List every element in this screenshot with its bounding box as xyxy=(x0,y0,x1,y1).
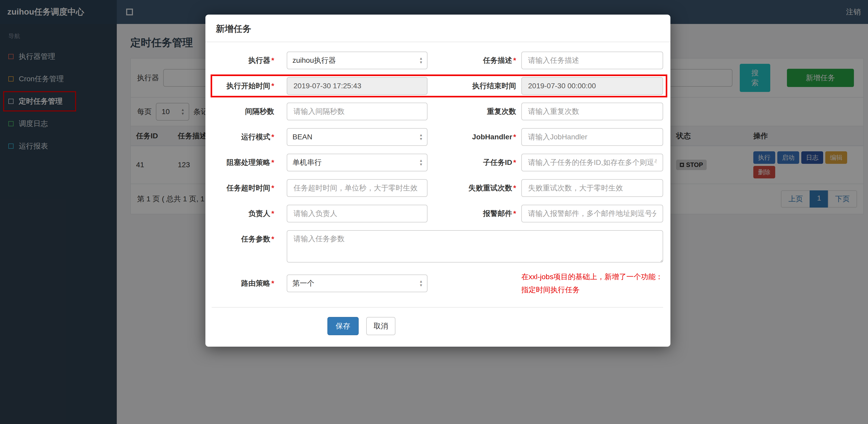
arrow-up-icon: ▲ xyxy=(419,159,423,163)
select-arrows-icon: ▲▼ xyxy=(419,280,423,288)
modal-form: 执行器*zuihou执行器▲▼任务描述*执行开始时间*执行结束时间间隔秒数重复次… xyxy=(206,42,671,347)
child-job-id-input-label: 子任务ID* xyxy=(428,154,516,171)
child-job-id-input[interactable] xyxy=(521,154,663,171)
block-strategy-select-label: 阻塞处理策略* xyxy=(212,154,274,171)
executor-select[interactable]: zuihou执行器▲▼ xyxy=(287,52,428,69)
interval-seconds-input[interactable] xyxy=(287,103,428,120)
field-label-text: 执行开始时间 xyxy=(226,82,270,90)
add-job-modal: 新增任务 执行器*zuihou执行器▲▼任务描述*执行开始时间*执行结束时间间隔… xyxy=(206,14,671,347)
field-label-text: 任务参数 xyxy=(241,235,270,243)
app-root: zuihou任务调度中心 注销 导航 执行器管理Cron任务管理定时任务管理调度… xyxy=(0,0,868,424)
modal-footer: 保存 取消 xyxy=(212,317,663,335)
owner-input[interactable] xyxy=(287,205,428,222)
jobhandler-input-label: JobHandler* xyxy=(428,128,516,146)
start-time-input[interactable] xyxy=(287,77,428,95)
arrow-down-icon: ▼ xyxy=(419,283,423,287)
field-label-text: 执行器 xyxy=(248,56,270,64)
required-asterisk: * xyxy=(271,235,274,243)
field-label-text: 子任务ID xyxy=(483,158,512,166)
form-row: 运行模式*BEAN▲▼JobHandler* xyxy=(212,128,663,146)
fail-retry-input-label: 失败重试次数* xyxy=(428,179,516,197)
field-label-text: 路由策略 xyxy=(241,279,270,287)
select-value: 单机串行 xyxy=(292,158,416,167)
field-label-text: 重复次数 xyxy=(487,107,516,116)
run-mode-select-label: 运行模式* xyxy=(212,128,274,146)
modal-header: 新增任务 xyxy=(206,14,671,42)
form-row: 任务超时时间*失败重试次数* xyxy=(212,179,663,197)
job-desc-input-label: 任务描述* xyxy=(428,52,516,69)
modal-rows: 执行器*zuihou执行器▲▼任务描述*执行开始时间*执行结束时间间隔秒数重复次… xyxy=(212,52,663,297)
repeat-count-input[interactable] xyxy=(521,103,663,120)
form-row: 执行器*zuihou执行器▲▼任务描述* xyxy=(212,52,663,69)
select-arrows-icon: ▲▼ xyxy=(419,57,423,65)
required-asterisk: * xyxy=(271,158,274,166)
field-label-text: 失败重试次数 xyxy=(468,184,512,192)
form-row: 负责人*报警邮件* xyxy=(212,205,663,222)
owner-input-label: 负责人* xyxy=(212,205,274,222)
required-asterisk: * xyxy=(271,279,274,287)
route-strategy-select-label: 路由策略* xyxy=(212,274,274,292)
field-label-text: 间隔秒数 xyxy=(245,107,274,116)
arrow-down-icon: ▼ xyxy=(419,60,423,64)
repeat-count-input-label: 重复次数 xyxy=(428,103,516,120)
run-mode-select[interactable]: BEAN▲▼ xyxy=(287,128,428,146)
required-asterisk: * xyxy=(513,133,516,141)
required-asterisk: * xyxy=(271,82,274,90)
required-asterisk: * xyxy=(513,184,516,192)
end-time-input[interactable] xyxy=(521,77,663,95)
field-label-text: 负责人 xyxy=(248,209,270,218)
form-row: 路由策略*第一个▲▼在xxl-jobs项目的基础上，新增了一个功能：指定时间执行… xyxy=(212,270,663,297)
select-value: 第一个 xyxy=(292,279,416,288)
field-label-text: 任务超时时间 xyxy=(226,184,270,192)
job-params-textarea-label: 任务参数* xyxy=(212,230,274,248)
required-asterisk: * xyxy=(271,133,274,141)
interval-seconds-input-label: 间隔秒数 xyxy=(212,103,274,120)
field-label-text: 执行结束时间 xyxy=(472,82,516,90)
arrow-up-icon: ▲ xyxy=(419,133,423,137)
end-time-input-label: 执行结束时间 xyxy=(428,77,516,95)
form-row: 执行开始时间*执行结束时间 xyxy=(212,77,663,95)
required-asterisk: * xyxy=(271,209,274,218)
cancel-button[interactable]: 取消 xyxy=(366,317,396,335)
modal-note: 在xxl-jobs项目的基础上，新增了一个功能：指定时间执行任务 xyxy=(521,270,663,297)
field-label-text: 阻塞处理策略 xyxy=(226,158,270,166)
field-label-text: 任务描述 xyxy=(483,56,512,64)
select-value: BEAN xyxy=(292,133,416,141)
arrow-down-icon: ▼ xyxy=(419,163,423,166)
executor-select-label: 执行器* xyxy=(212,52,274,69)
job-params-textarea[interactable] xyxy=(287,230,663,263)
jobhandler-input[interactable] xyxy=(521,128,663,146)
timeout-input[interactable] xyxy=(287,179,428,197)
form-row: 任务参数* xyxy=(212,230,663,263)
arrow-up-icon: ▲ xyxy=(419,57,423,60)
timeout-input-label: 任务超时时间* xyxy=(212,179,274,197)
start-time-input-label: 执行开始时间* xyxy=(212,77,274,95)
select-value: zuihou执行器 xyxy=(292,56,416,65)
modal-note-line: 在xxl-jobs项目的基础上，新增了一个功能： xyxy=(521,270,663,283)
required-asterisk: * xyxy=(513,56,516,64)
required-asterisk: * xyxy=(271,184,274,192)
field-label-text: JobHandler xyxy=(472,133,512,141)
save-button[interactable]: 保存 xyxy=(328,317,359,335)
select-arrows-icon: ▲▼ xyxy=(419,133,423,141)
field-label-text: 报警邮件 xyxy=(483,209,512,218)
select-arrows-icon: ▲▼ xyxy=(419,159,423,167)
job-desc-input[interactable] xyxy=(521,52,663,69)
modal-divider xyxy=(212,307,663,307)
block-strategy-select[interactable]: 单机串行▲▼ xyxy=(287,154,428,171)
modal-title: 新增任务 xyxy=(216,24,251,34)
required-asterisk: * xyxy=(513,158,516,166)
form-row: 阻塞处理策略*单机串行▲▼子任务ID* xyxy=(212,154,663,171)
alarm-email-input[interactable] xyxy=(521,205,663,222)
modal-note-line: 指定时间执行任务 xyxy=(521,283,663,296)
arrow-up-icon: ▲ xyxy=(419,280,423,283)
arrow-down-icon: ▼ xyxy=(419,137,423,141)
fail-retry-input[interactable] xyxy=(521,179,663,197)
required-asterisk: * xyxy=(271,56,274,64)
alarm-email-input-label: 报警邮件* xyxy=(428,205,516,222)
route-strategy-select[interactable]: 第一个▲▼ xyxy=(287,274,428,292)
required-asterisk: * xyxy=(513,209,516,218)
field-label-text: 运行模式 xyxy=(241,133,270,141)
form-row: 间隔秒数重复次数 xyxy=(212,103,663,120)
